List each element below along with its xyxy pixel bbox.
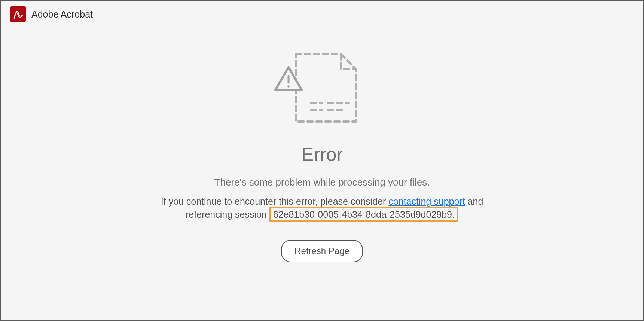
error-detail: If you continue to encounter this error,… bbox=[154, 195, 491, 221]
error-main: Error There's some problem while process… bbox=[1, 28, 643, 320]
acrobat-icon bbox=[10, 6, 26, 22]
contact-support-link[interactable]: contacting support bbox=[388, 196, 465, 207]
svg-point-5 bbox=[287, 85, 290, 88]
app-header: Adobe Acrobat bbox=[1, 1, 643, 28]
error-subtitle: There's some problem while processing yo… bbox=[214, 177, 430, 188]
error-title: Error bbox=[301, 144, 343, 165]
app-title: Adobe Acrobat bbox=[31, 9, 93, 20]
refresh-page-button[interactable]: Refresh Page bbox=[281, 240, 363, 262]
session-id-highlight: 62e81b30-0005-4b34-8dda-2535d9d029b9. bbox=[269, 207, 458, 222]
error-detail-prefix: If you continue to encounter this error,… bbox=[161, 196, 389, 207]
error-document-icon bbox=[274, 47, 371, 131]
